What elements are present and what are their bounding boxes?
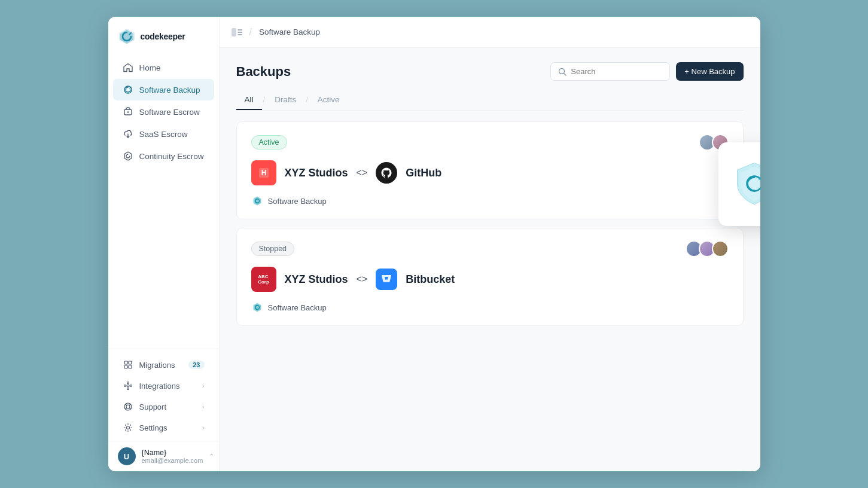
content-area: Backups + New Backup All	[220, 48, 760, 471]
card-2-provider-name: Bitbucket	[406, 273, 455, 286]
card-1-main: H XYZ Studios <> GitHub	[251, 160, 729, 185]
sidebar-item-support[interactable]: Support ›	[113, 396, 214, 417]
topbar-separator: /	[249, 27, 252, 38]
user-email: email@example.com	[142, 457, 203, 464]
svg-line-27	[564, 73, 567, 75]
migrations-badge: 23	[188, 361, 204, 369]
new-backup-button[interactable]: + New Backup	[676, 62, 743, 81]
sidebar-item-software-escrow[interactable]: Software Escrow	[113, 101, 214, 123]
svg-line-17	[125, 404, 126, 405]
card-1-type-icon	[251, 195, 263, 207]
topbar: / Software Backup	[220, 17, 760, 48]
sidebar-label-saas-escrow: SaaS Escrow	[139, 130, 188, 139]
card-2-top: Stopped	[251, 240, 729, 257]
svg-point-16	[126, 405, 130, 408]
sidebar-item-home[interactable]: Home	[113, 57, 214, 78]
logo: codekeeper	[108, 17, 219, 54]
svg-point-14	[130, 385, 132, 387]
user-avatar: U	[118, 447, 136, 465]
support-chevron: ›	[202, 403, 205, 410]
main-content: / Software Backup Backups + New Backup	[220, 17, 760, 471]
user-chevron-icon: ⌃	[209, 453, 214, 460]
logo-text: codekeeper	[141, 32, 185, 41]
search-icon	[558, 68, 567, 76]
settings-icon	[123, 422, 133, 433]
user-section[interactable]: U {Name} email@example.com ⌃	[108, 441, 219, 471]
card-1-source-name: XYZ Studios	[285, 167, 348, 179]
svg-point-13	[124, 385, 126, 387]
continuity-escrow-icon	[123, 151, 133, 161]
svg-line-18	[129, 404, 130, 405]
bitbucket-icon	[376, 269, 397, 290]
svg-point-15	[124, 403, 132, 410]
home-icon	[123, 62, 133, 73]
sidebar-nav: Home Software Backup	[108, 54, 219, 349]
card-2-type-label: Software Backup	[268, 303, 327, 312]
header-right: + New Backup	[550, 62, 743, 81]
topbar-breadcrumb: Software Backup	[259, 28, 320, 36]
avatar-2c	[712, 240, 729, 257]
svg-point-11	[127, 382, 129, 384]
tabs: All / Drafts / Active	[236, 90, 744, 111]
arrows-icon-1: <>	[357, 167, 368, 178]
backup-card-2[interactable]: Stopped ABCCorp XYZ Studios <>	[236, 228, 744, 326]
card-2-source-name: XYZ Studios	[285, 273, 348, 286]
sidebar-label-continuity-escrow: Continuity Escrow	[139, 152, 204, 161]
card-1-type-label: Software Backup	[268, 197, 327, 206]
card-2-source-logo: ABCCorp	[251, 267, 276, 292]
tab-sep-1: /	[262, 90, 267, 110]
svg-rect-7	[129, 361, 132, 364]
floating-shield-icon	[730, 160, 760, 208]
svg-rect-8	[124, 365, 127, 368]
search-box[interactable]	[550, 62, 670, 81]
saas-escrow-icon	[123, 129, 133, 139]
sidebar-item-migrations[interactable]: Migrations 23	[113, 355, 214, 375]
svg-point-21	[126, 426, 129, 429]
sidebar-item-saas-escrow[interactable]: SaaS Escrow	[113, 123, 214, 145]
support-icon	[123, 401, 133, 412]
avatar-group-2	[686, 240, 729, 257]
svg-line-20	[129, 408, 130, 409]
arrows-icon-2: <>	[357, 274, 368, 285]
sidebar-toggle-icon[interactable]	[232, 28, 242, 36]
sidebar-item-software-backup[interactable]: Software Backup	[113, 79, 214, 100]
app-container: codekeeper Home	[108, 17, 760, 471]
user-info: {Name} email@example.com	[142, 449, 203, 464]
sidebar-bottom: Migrations 23 Integrations ›	[108, 349, 219, 438]
sidebar-label-software-backup: Software Backup	[139, 86, 200, 94]
tab-all[interactable]: All	[236, 90, 262, 110]
sidebar-item-settings[interactable]: Settings ›	[113, 417, 214, 438]
user-name: {Name}	[142, 449, 203, 457]
svg-point-12	[127, 388, 129, 390]
sidebar-label-software-escrow: Software Escrow	[139, 108, 200, 117]
logo-icon	[118, 28, 136, 45]
github-icon	[376, 162, 397, 184]
card-2-footer: Software Backup	[251, 301, 729, 313]
settings-chevron: ›	[202, 424, 205, 431]
svg-rect-22	[232, 28, 236, 36]
card-1-source-logo: H	[251, 160, 276, 185]
page-title: Backups	[236, 64, 291, 80]
svg-point-10	[127, 385, 129, 387]
svg-line-19	[125, 408, 126, 409]
settings-label: Settings	[139, 423, 167, 432]
tab-sep-2: /	[304, 90, 309, 110]
sidebar-item-continuity-escrow[interactable]: Continuity Escrow	[113, 145, 214, 167]
sidebar-item-integrations[interactable]: Integrations ›	[113, 376, 214, 396]
search-input[interactable]	[571, 67, 662, 76]
integrations-chevron: ›	[202, 382, 205, 389]
svg-text:H: H	[261, 169, 266, 177]
tab-drafts[interactable]: Drafts	[266, 90, 304, 110]
tab-active[interactable]: Active	[309, 90, 348, 110]
software-escrow-icon	[123, 106, 133, 117]
backup-card-1[interactable]: Active H XYZ Studios <>	[236, 121, 744, 219]
card-2-type-icon	[251, 301, 263, 313]
integrations-icon	[123, 380, 133, 391]
migrations-label: Migrations	[139, 361, 175, 370]
sidebar-label-home: Home	[139, 63, 161, 72]
software-backup-icon	[123, 84, 133, 95]
card-1-provider-name: GitHub	[406, 167, 441, 179]
support-label: Support	[139, 402, 167, 411]
status-badge-2: Stopped	[251, 242, 295, 256]
content-header: Backups + New Backup	[236, 62, 744, 81]
